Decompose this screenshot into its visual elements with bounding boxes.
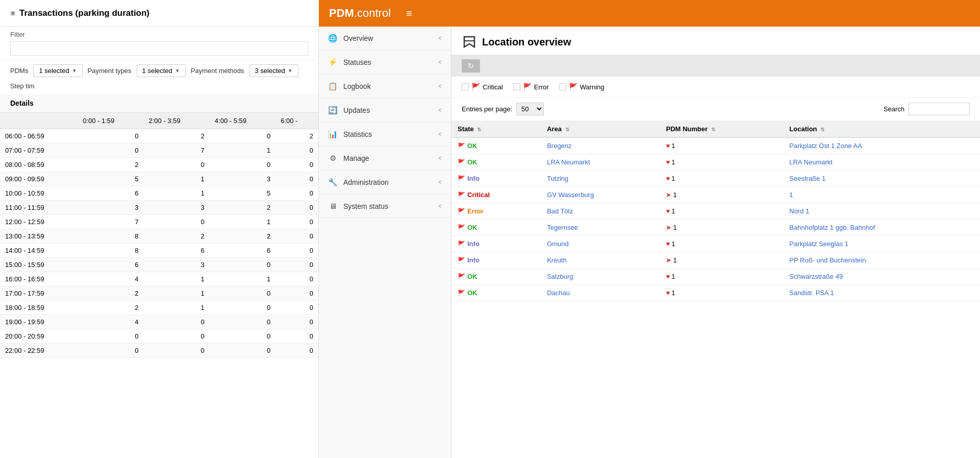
area-link[interactable]: Salzburg xyxy=(547,273,573,280)
location-link[interactable]: Bahnhofplatz 1 ggb. Bahnhof xyxy=(789,224,875,231)
location-sort-icon[interactable]: ⇅ xyxy=(820,127,824,132)
nav-item-overview[interactable]: 🌐 Overview < xyxy=(319,27,451,51)
location-cell[interactable]: Sandstr. PSA 1 xyxy=(783,285,980,301)
area-link[interactable]: Bregenz xyxy=(547,142,571,150)
updates-icon: 🔄 xyxy=(328,106,337,115)
payment-types-label: Payment types xyxy=(88,67,132,75)
area-cell[interactable]: Salzburg xyxy=(541,269,660,285)
nav-item-updates[interactable]: 🔄 Updates < xyxy=(319,99,451,123)
search-input[interactable] xyxy=(909,103,970,115)
location-cell[interactable]: Schwarzstraße 49 xyxy=(783,269,980,285)
status-badge: 🚩 OK xyxy=(458,289,535,297)
area-cell[interactable]: Gmund xyxy=(541,236,660,252)
area-cell[interactable]: Bad Tölz xyxy=(541,203,660,220)
location-cell[interactable]: PP Roß- und Buchenstein xyxy=(783,252,980,269)
step-time-label: Step tim xyxy=(10,82,35,90)
location-row: 🚩 OK LRA Neumarkt ♥1 LRA Neumarkt xyxy=(451,154,980,171)
c1-cell: 0 xyxy=(78,143,143,158)
location-link[interactable]: PP Roß- und Buchenstein xyxy=(789,256,866,264)
warning-label: Warning xyxy=(580,83,605,91)
nav-item-statuses[interactable]: ⚡ Statuses < xyxy=(319,51,451,75)
location-link[interactable]: 1 xyxy=(789,191,793,199)
c2-cell: 1 xyxy=(143,301,209,315)
error-checkbox[interactable] xyxy=(513,83,520,90)
location-link[interactable]: Seestraße 1 xyxy=(789,175,825,182)
col-location-header: Location ⇅ xyxy=(783,121,980,137)
location-link[interactable]: LRA Neumarkt xyxy=(789,158,833,166)
system-status-arrow: < xyxy=(438,203,442,210)
location-cell[interactable]: Seestraße 1 xyxy=(783,171,980,187)
pdms-dropdown[interactable]: 1 selected ▼ xyxy=(33,64,82,77)
state-cell: 🚩 OK xyxy=(451,285,541,301)
location-cell[interactable]: Parkplatz Seeglas 1 xyxy=(783,236,980,252)
flag-icon: 🚩 xyxy=(458,257,465,264)
logbook-icon: 📋 xyxy=(328,82,337,91)
overview-label: Overview xyxy=(343,34,373,42)
area-link[interactable]: Bad Tölz xyxy=(547,207,573,215)
location-link[interactable]: Parkplatz Seeglas 1 xyxy=(789,240,848,248)
area-link[interactable]: Kreuth xyxy=(547,256,566,264)
c4-cell: 0 xyxy=(275,329,318,344)
send-icon: ➤ xyxy=(666,256,671,264)
c1-cell: 2 xyxy=(78,301,143,315)
statuses-label: Statuses xyxy=(343,58,371,66)
c4-cell: 0 xyxy=(275,272,318,286)
c1-cell: 6 xyxy=(78,186,143,201)
location-link[interactable]: Schwarzstraße 49 xyxy=(789,273,843,280)
payment-types-dropdown[interactable]: 1 selected ▼ xyxy=(137,64,186,77)
logbook-arrow: < xyxy=(438,83,442,90)
location-link[interactable]: Nord 1 xyxy=(789,207,809,215)
area-cell[interactable]: Kreuth xyxy=(541,252,660,269)
flag-icon: 🚩 xyxy=(458,191,465,199)
administration-label: Administration xyxy=(343,178,389,186)
c4-cell: 0 xyxy=(275,229,318,244)
warning-checkbox[interactable] xyxy=(559,83,566,90)
area-link[interactable]: Tutzing xyxy=(547,175,568,182)
area-link[interactable]: Tegernsee xyxy=(547,224,578,231)
area-link[interactable]: GV Wasserburg xyxy=(547,191,594,199)
search-label: Search xyxy=(884,105,904,113)
back-button[interactable]: ↻ xyxy=(462,59,480,73)
critical-checkbox[interactable] xyxy=(462,83,469,90)
c2-cell: 3 xyxy=(143,201,209,215)
location-cell[interactable]: LRA Neumarkt xyxy=(783,154,980,171)
location-cell[interactable]: Parkplatz Ost 1 Zone AA xyxy=(783,137,980,154)
area-sort-icon[interactable]: ⇅ xyxy=(565,127,569,132)
nav-item-manage[interactable]: ⚙ Manage < xyxy=(319,147,451,171)
pdm-sort-icon[interactable]: ⇅ xyxy=(711,127,715,132)
payment-methods-dropdown[interactable]: 3 selected ▼ xyxy=(249,64,298,77)
area-cell[interactable]: LRA Neumarkt xyxy=(541,154,660,171)
area-cell[interactable]: GV Wasserburg xyxy=(541,187,660,203)
area-cell[interactable]: Tegernsee xyxy=(541,220,660,236)
c1-cell: 5 xyxy=(78,172,143,186)
state-sort-icon[interactable]: ⇅ xyxy=(477,127,481,132)
state-cell: 🚩 OK xyxy=(451,269,541,285)
hamburger-icon[interactable]: ≡ xyxy=(406,8,412,19)
location-link[interactable]: Parkplatz Ost 1 Zone AA xyxy=(789,142,862,150)
area-link[interactable]: LRA Neumarkt xyxy=(547,158,590,166)
area-link[interactable]: Gmund xyxy=(547,240,569,248)
nav-item-administration[interactable]: 🔧 Administration < xyxy=(319,171,451,195)
time-cell: 20:00 - 20:59 xyxy=(0,329,78,344)
time-cell: 07:00 - 07:59 xyxy=(0,143,78,158)
nav-item-statistics[interactable]: 📊 Statistics < xyxy=(319,123,451,147)
location-cell[interactable]: Nord 1 xyxy=(783,203,980,220)
overview-arrow: < xyxy=(438,35,442,42)
error-label: Error xyxy=(534,83,549,91)
area-link[interactable]: Dachau xyxy=(547,289,570,297)
entries-per-page-select[interactable]: 50 25 100 xyxy=(516,103,544,115)
location-cell[interactable]: Bahnhofplatz 1 ggb. Bahnhof xyxy=(783,220,980,236)
location-link[interactable]: Sandstr. PSA 1 xyxy=(789,289,834,297)
c4-cell: 2 xyxy=(275,129,318,143)
nav-item-system-status[interactable]: 🖥 System status < xyxy=(319,195,451,218)
nav-item-logbook[interactable]: 📋 Logbook < xyxy=(319,75,451,99)
location-cell[interactable]: 1 xyxy=(783,187,980,203)
time-cell: 22:00 - 22:59 xyxy=(0,344,78,358)
c3-cell: 0 xyxy=(210,315,275,329)
area-cell[interactable]: Bregenz xyxy=(541,137,660,154)
send-icon: ➤ xyxy=(666,224,671,231)
area-cell[interactable]: Tutzing xyxy=(541,171,660,187)
col-time xyxy=(0,113,78,129)
critical-label: Critical xyxy=(483,83,503,91)
area-cell[interactable]: Dachau xyxy=(541,285,660,301)
